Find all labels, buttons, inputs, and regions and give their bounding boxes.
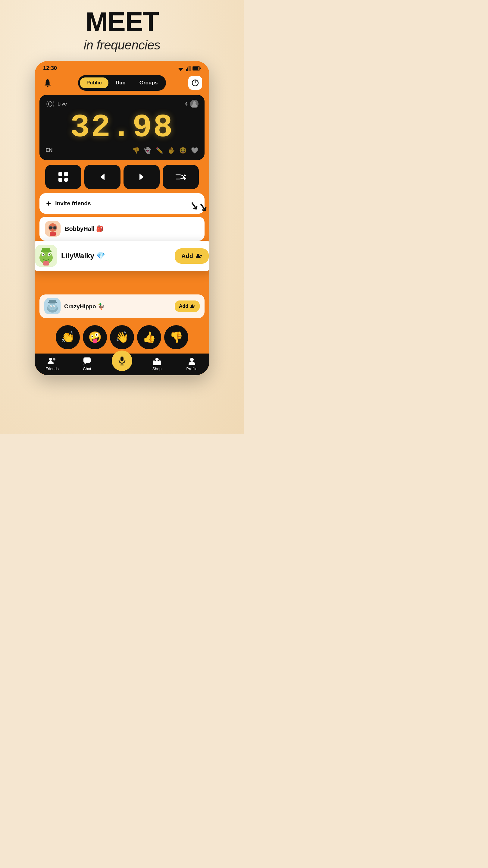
bell-icon bbox=[43, 79, 52, 87]
add-person-icon bbox=[195, 253, 202, 259]
svg-rect-28 bbox=[50, 232, 56, 236]
profile-label: Profile bbox=[187, 367, 198, 371]
add-hippo-button[interactable]: Add bbox=[175, 301, 200, 312]
featured-section: LilyWalky 💎 Add bbox=[35, 244, 209, 271]
emoji-reactions-row: 👏 🤪 👋 👍 👎 bbox=[35, 321, 209, 349]
svg-rect-57 bbox=[84, 358, 91, 363]
invite-row[interactable]: + Invite friends bbox=[39, 193, 204, 214]
svg-rect-2 bbox=[186, 69, 187, 71]
hero-subtitle: in frequencies bbox=[84, 38, 161, 53]
hero-title: MEET bbox=[86, 8, 158, 36]
svg-point-64 bbox=[158, 360, 159, 361]
lily-name: LilyWalky 💎 bbox=[61, 252, 170, 260]
plus-icon: + bbox=[46, 198, 51, 208]
svg-point-51 bbox=[53, 308, 54, 309]
svg-point-55 bbox=[49, 358, 52, 361]
add-hippo-label: Add bbox=[179, 304, 188, 309]
svg-rect-5 bbox=[190, 66, 191, 71]
live-wave-icon bbox=[45, 101, 55, 107]
listener-avatar bbox=[190, 100, 198, 108]
svg-point-48 bbox=[51, 306, 52, 307]
invite-label: Invite friends bbox=[55, 200, 91, 207]
svg-rect-17 bbox=[59, 178, 62, 182]
laugh-icon[interactable]: 😆 bbox=[179, 147, 187, 154]
mic-icon bbox=[118, 356, 126, 366]
wave-icon[interactable]: 🖐 bbox=[167, 147, 175, 154]
power-button[interactable] bbox=[188, 76, 202, 90]
svg-point-14 bbox=[193, 101, 196, 104]
lily-avatar bbox=[35, 245, 57, 267]
thumbsup-emoji-btn[interactable]: 👍 bbox=[137, 325, 161, 349]
nav-mic[interactable] bbox=[104, 356, 139, 371]
friends-label: Friends bbox=[45, 367, 59, 371]
thumbsdown-emoji-btn[interactable]: 👎 bbox=[164, 325, 188, 349]
lower-section: CrazyHippo 🦆 Add 👏 🤪 bbox=[35, 273, 209, 375]
grid-button[interactable] bbox=[45, 165, 82, 189]
mic-button[interactable] bbox=[112, 350, 132, 371]
status-icons bbox=[177, 66, 201, 71]
radio-display: Live 4 32.98 bbox=[39, 95, 204, 160]
add-lily-label: Add bbox=[181, 253, 193, 259]
phone-frame: 12:30 bbox=[35, 61, 209, 375]
add-lily-button[interactable]: Add bbox=[175, 248, 209, 264]
svg-point-36 bbox=[49, 254, 50, 255]
svg-marker-21 bbox=[184, 174, 186, 177]
nav-profile[interactable]: Profile bbox=[174, 357, 209, 371]
friends-icon bbox=[47, 357, 57, 365]
svg-point-63 bbox=[155, 360, 156, 361]
battery-icon bbox=[193, 66, 201, 71]
bottom-navigation: Friends Chat bbox=[35, 353, 209, 375]
clap-emoji-btn[interactable]: 👏 bbox=[56, 325, 80, 349]
prev-button[interactable] bbox=[84, 165, 121, 189]
reaction-icons-bar: 👎 👻 ✏️ 🖐 😆 🤍 bbox=[132, 147, 198, 154]
user-row-bobby[interactable]: BobbyHall 🎒 ↘↘ bbox=[39, 217, 204, 241]
nav-chat[interactable]: Chat bbox=[70, 357, 104, 371]
heart-icon[interactable]: 🤍 bbox=[191, 147, 198, 154]
controls-row bbox=[39, 165, 204, 189]
shuffle-icon bbox=[175, 173, 186, 181]
svg-point-18 bbox=[64, 178, 68, 182]
bell-button[interactable] bbox=[42, 77, 53, 89]
svg-point-49 bbox=[54, 306, 55, 307]
dislike-icon[interactable]: 👎 bbox=[132, 147, 140, 154]
wave-emoji-btn[interactable]: 👋 bbox=[110, 325, 134, 349]
next-icon bbox=[137, 173, 146, 181]
funny-emoji-btn[interactable]: 🤪 bbox=[83, 325, 107, 349]
svg-rect-26 bbox=[53, 226, 56, 229]
rocket-icon[interactable]: ✏️ bbox=[156, 147, 163, 154]
wifi-icon bbox=[177, 66, 184, 71]
svg-rect-15 bbox=[59, 172, 62, 176]
ghost-icon[interactable]: 👻 bbox=[144, 147, 152, 154]
reaction-row: EN 👎 👻 ✏️ 🖐 😆 🤍 bbox=[45, 147, 198, 154]
svg-point-9 bbox=[47, 86, 48, 87]
chat-label: Chat bbox=[83, 367, 91, 371]
shop-icon bbox=[153, 357, 161, 365]
tab-groups[interactable]: Groups bbox=[133, 78, 164, 88]
bobby-name: BobbyHall 🎒 bbox=[65, 225, 199, 232]
next-button[interactable] bbox=[124, 165, 160, 189]
svg-rect-4 bbox=[189, 66, 190, 71]
nav-friends[interactable]: Friends bbox=[35, 357, 70, 371]
shuffle-button[interactable] bbox=[163, 165, 199, 189]
svg-rect-44 bbox=[49, 300, 56, 304]
tab-public[interactable]: Public bbox=[80, 78, 108, 88]
live-label: Live bbox=[58, 101, 67, 107]
svg-marker-19 bbox=[100, 174, 104, 180]
tab-duo[interactable]: Duo bbox=[109, 78, 132, 88]
svg-rect-8 bbox=[193, 67, 198, 70]
user-row-crazyhippo[interactable]: CrazyHippo 🦆 Add bbox=[39, 294, 204, 318]
svg-rect-25 bbox=[49, 226, 52, 229]
svg-marker-58 bbox=[84, 363, 87, 365]
svg-point-12 bbox=[48, 101, 52, 106]
svg-point-45 bbox=[48, 304, 57, 310]
listener-count: 4 bbox=[185, 100, 198, 108]
shop-label: Shop bbox=[153, 367, 161, 371]
svg-rect-27 bbox=[52, 227, 53, 228]
hippo-avatar bbox=[44, 298, 61, 314]
svg-rect-3 bbox=[187, 67, 188, 71]
chat-icon bbox=[83, 357, 91, 365]
language-label: EN bbox=[45, 147, 53, 153]
status-time: 12:30 bbox=[43, 65, 57, 71]
grid-icon bbox=[58, 171, 69, 183]
nav-shop[interactable]: Shop bbox=[139, 357, 174, 371]
